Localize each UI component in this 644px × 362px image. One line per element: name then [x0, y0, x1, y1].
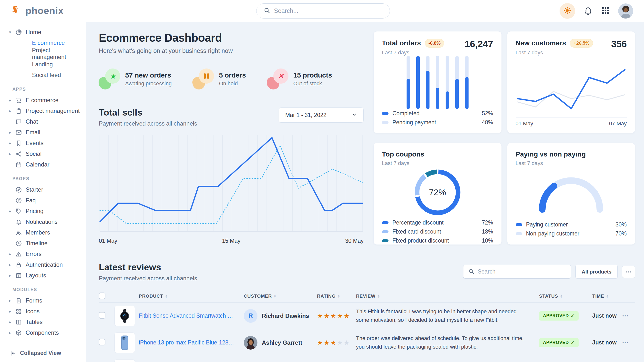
- change-badge: +26.5%: [570, 39, 593, 47]
- sort-icon[interactable]: ▲▼: [274, 294, 276, 298]
- product-thumbnail[interactable]: [114, 359, 135, 362]
- row-checkbox[interactable]: [99, 312, 106, 319]
- reviews-more-button[interactable]: ⋯: [622, 266, 635, 278]
- card-title: New customers: [516, 39, 566, 47]
- clock-icon: [15, 240, 24, 247]
- product-thumbnail[interactable]: [114, 333, 135, 353]
- collapse-sidebar-button[interactable]: Collapsed View: [0, 344, 86, 362]
- sidebar-item-starter[interactable]: ▸Starter: [9, 184, 84, 195]
- brand-logo[interactable]: phoenix: [11, 5, 86, 17]
- column-header-customer[interactable]: CUSTOMER▲▼: [244, 294, 317, 299]
- sidebar-item-components[interactable]: ▸Components: [9, 327, 84, 338]
- all-products-filter-button[interactable]: All products: [576, 265, 618, 279]
- caret-right-icon: ▸: [9, 209, 15, 214]
- sidebar-section-label: MODULES: [12, 287, 84, 292]
- bell-icon: [15, 219, 24, 225]
- search-input[interactable]: [274, 7, 382, 14]
- global-search[interactable]: [256, 3, 390, 18]
- user-avatar[interactable]: [618, 3, 633, 18]
- card-period: Last 7 days: [516, 49, 593, 56]
- question-circle-icon: [15, 197, 24, 204]
- latest-reviews-section: Latest reviews Payment received across a…: [99, 252, 635, 362]
- legend-item: Pending payment48%: [382, 118, 493, 127]
- iphone-image: [117, 335, 132, 350]
- card-period: Last 7 days: [382, 160, 424, 167]
- check-icon: ✓: [571, 340, 575, 346]
- sidebar-item-members[interactable]: ▸Members: [9, 227, 84, 238]
- sort-icon[interactable]: ▲▼: [378, 294, 380, 298]
- table-icon: [15, 319, 24, 326]
- row-checkbox[interactable]: [99, 339, 106, 346]
- search-icon: [468, 268, 474, 275]
- table-row: [99, 356, 635, 362]
- sidebar-item-tables[interactable]: ▸Tables: [9, 317, 84, 327]
- sidebar-item-icons[interactable]: ▸Icons: [9, 306, 84, 317]
- sidebar-item-layouts[interactable]: ▸Layouts: [9, 270, 84, 281]
- sidebar-item-social[interactable]: ▸Social: [9, 149, 84, 159]
- column-header-rating[interactable]: RATING▲▼: [317, 294, 356, 299]
- select-all-checkbox[interactable]: [99, 293, 106, 299]
- sort-icon[interactable]: ▲▼: [165, 294, 168, 298]
- product-link[interactable]: iPhone 13 pro max-Pacific Blue-128GB sto…: [139, 339, 244, 346]
- sidebar-item-landing[interactable]: Landing: [9, 59, 84, 70]
- review-time: Just now: [586, 313, 622, 319]
- sidebar-item-home[interactable]: ▾Home: [9, 27, 84, 37]
- row-menu-button[interactable]: ⋯: [622, 339, 629, 346]
- bookmark-icon: [15, 140, 24, 147]
- coupons-donut-chart: 72%: [412, 167, 464, 218]
- axis-label: 01 May: [516, 120, 533, 127]
- sidebar-item-email[interactable]: ▸Email: [9, 127, 84, 138]
- sidebar-item-authentication[interactable]: ▸Authentication: [9, 259, 84, 270]
- sort-icon[interactable]: ▲▼: [560, 294, 563, 298]
- collapse-label: Collapsed View: [20, 350, 61, 357]
- theme-toggle-button[interactable]: [560, 3, 575, 19]
- app-window: phoenix: [0, 0, 644, 362]
- sidebar-item-forms[interactable]: ▸Forms: [9, 295, 84, 306]
- column-header-review[interactable]: REVIEW▲▼: [356, 294, 539, 299]
- table-row: Fitbit Sense Advanced Smartwatch with To…: [99, 303, 635, 329]
- reviews-search-input[interactable]: [478, 268, 566, 275]
- sidebar-item-timeline[interactable]: ▸Timeline: [9, 238, 84, 249]
- column-header-status[interactable]: STATUS▲▼: [539, 294, 586, 299]
- cart-icon: [15, 97, 24, 104]
- status-badge: APPROVED ✓: [539, 338, 578, 347]
- sidebar-item-notifications[interactable]: ▸Notifications: [9, 216, 84, 227]
- sort-icon[interactable]: ▲▼: [606, 294, 609, 298]
- file-text-icon: [15, 297, 24, 304]
- caret-right-icon: ▸: [9, 98, 15, 103]
- sidebar-item-project-management[interactable]: Project management: [9, 48, 84, 59]
- notifications-button[interactable]: [584, 6, 593, 16]
- x-icon: ✕: [278, 72, 284, 80]
- grid-dots-icon: [601, 6, 610, 15]
- users-icon: [15, 229, 24, 236]
- column-header-time[interactable]: TIME▲▼: [586, 294, 622, 299]
- sidebar-item-calendar[interactable]: ▸Calendar: [9, 159, 84, 170]
- sort-icon[interactable]: ▲▼: [338, 294, 340, 298]
- axis-label: 15 May: [222, 238, 240, 244]
- pause-icon: [204, 73, 209, 79]
- stat-awating-processing: ★57 new ordersAwating processing: [99, 68, 172, 89]
- rating-stars: ★★★★★: [317, 312, 350, 320]
- sidebar-item-e-commerce[interactable]: ▸E commerce: [9, 95, 84, 106]
- sidebar-item-social-feed[interactable]: Social feed: [9, 70, 84, 80]
- product-link[interactable]: Fitbit Sense Advanced Smartwatch with To…: [139, 313, 244, 319]
- status-badge: APPROVED ✓: [539, 311, 578, 321]
- column-header-product[interactable]: PRODUCT▲▼: [139, 294, 244, 299]
- chevron-down-icon: [352, 112, 357, 118]
- lock-icon: [15, 262, 24, 268]
- reviews-search[interactable]: [463, 265, 571, 279]
- product-thumbnail[interactable]: [114, 306, 135, 326]
- sidebar-item-events[interactable]: ▸Events: [9, 138, 84, 149]
- sidebar-item-errors[interactable]: ▸Errors: [9, 249, 84, 259]
- top-coupons-card: Top coupons Last 7 days 72% Percentage d…: [373, 143, 502, 245]
- apps-menu-button[interactable]: [601, 6, 610, 15]
- sidebar-item-pricing[interactable]: ▸Pricing: [9, 206, 84, 216]
- row-menu-button[interactable]: ⋯: [622, 312, 629, 319]
- sidebar-item-project-management[interactable]: ▸Project management: [9, 106, 84, 116]
- sidebar-item-chat[interactable]: ▸Chat: [9, 116, 84, 127]
- caret-right-icon: ▸: [9, 130, 15, 135]
- reviews-subtitle: Payment received across all channels: [99, 275, 197, 282]
- sidebar-item-faq[interactable]: ▸Faq: [9, 195, 84, 206]
- tag-icon: [15, 208, 24, 214]
- date-range-select[interactable]: Mar 1 - 31, 2022: [279, 108, 364, 123]
